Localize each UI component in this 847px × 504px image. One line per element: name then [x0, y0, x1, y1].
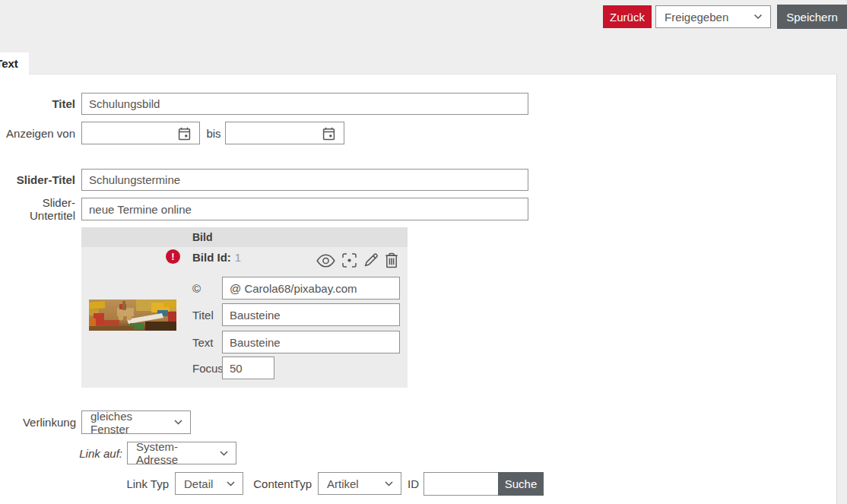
id-input[interactable] — [424, 472, 499, 496]
chevron-down-icon — [227, 481, 235, 487]
focus-point-button[interactable] — [341, 252, 357, 268]
status-select[interactable]: Freigegeben — [655, 5, 771, 28]
preview-button[interactable] — [316, 254, 335, 268]
calendar-icon[interactable] — [322, 127, 335, 141]
bild-text-label: Text — [192, 331, 214, 353]
eye-icon — [316, 254, 335, 268]
bild-id-value: 1 — [235, 251, 241, 264]
link-auf-label: Link auf: — [46, 442, 122, 464]
bild-text-input[interactable] — [222, 331, 400, 353]
bis-label: bis — [204, 122, 224, 144]
focus-label: Focus — [192, 357, 224, 379]
link-typ-select-value: Detail — [184, 477, 213, 490]
chevron-down-icon — [220, 451, 228, 456]
back-button[interactable]: Zurück — [603, 5, 652, 28]
link-auf-select[interactable]: System-Adresse — [127, 442, 236, 464]
bild-id-label: Bild Id: — [192, 251, 231, 264]
copyright-label: © — [192, 277, 201, 300]
bild-panel-header: Bild — [81, 227, 408, 247]
slider-titel-input[interactable] — [81, 169, 528, 191]
delete-button[interactable] — [385, 252, 398, 268]
focus-input[interactable] — [222, 357, 274, 379]
page: Zurück Freigegeben Speichern Text Titel … — [0, 0, 847, 504]
edit-button[interactable] — [363, 252, 379, 268]
slider-untertitel-input[interactable] — [81, 198, 528, 220]
bild-titel-input[interactable] — [222, 303, 400, 326]
verlinkung-select-value: gleiches Fenster — [90, 410, 174, 436]
verlinkung-select[interactable]: gleiches Fenster — [81, 410, 191, 434]
error-icon: ! — [166, 249, 180, 264]
focus-point-icon — [341, 252, 357, 268]
chevron-down-icon — [385, 481, 393, 487]
suche-button[interactable]: Suche — [498, 472, 544, 496]
anzeigen-von-label: Anzeigen von — [0, 122, 75, 144]
content-typ-select[interactable]: Artikel — [318, 472, 401, 495]
id-label: ID — [408, 472, 421, 496]
titel-label: Titel — [0, 93, 75, 115]
content-typ-label: ContentTyp — [251, 472, 312, 495]
content-typ-select-value: Artikel — [327, 477, 359, 490]
tab-text-label: Text — [0, 57, 18, 70]
tab-text[interactable]: Text — [0, 52, 29, 74]
verlinkung-label: Verlinkung — [0, 410, 76, 434]
trash-icon — [385, 252, 398, 268]
bild-id: Bild Id: 1 — [192, 249, 241, 265]
slider-titel-label: Slider-Titel — [0, 169, 75, 191]
pencil-icon — [363, 252, 379, 268]
link-typ-select[interactable]: Detail — [175, 472, 243, 495]
chevron-down-icon — [174, 420, 182, 425]
bild-panel-title: Bild — [192, 231, 212, 243]
slider-untertitel-label: Slider-Untertitel — [0, 198, 75, 220]
calendar-icon[interactable] — [178, 127, 191, 141]
titel-input[interactable] — [81, 93, 528, 115]
bild-thumbnail — [89, 300, 176, 331]
link-typ-label: Link Typ — [106, 472, 169, 495]
copyright-input[interactable] — [222, 277, 400, 300]
bild-panel: Bild ! Bild Id: 1 — [81, 227, 408, 388]
save-button[interactable]: Speichern — [777, 5, 847, 29]
status-select-value: Freigegeben — [665, 11, 728, 24]
bild-titel-label: Titel — [192, 303, 214, 326]
link-auf-select-value: System-Adresse — [136, 440, 220, 466]
chevron-down-icon — [753, 14, 763, 20]
